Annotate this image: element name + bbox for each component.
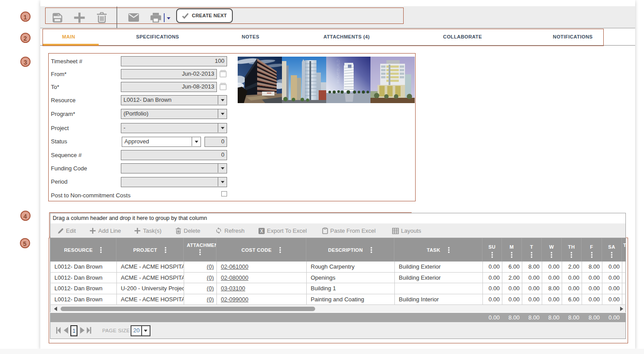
svg-text:HOMEBUILD: HOMEBUILD (336, 59, 340, 83)
svg-text:X: X (260, 229, 263, 234)
